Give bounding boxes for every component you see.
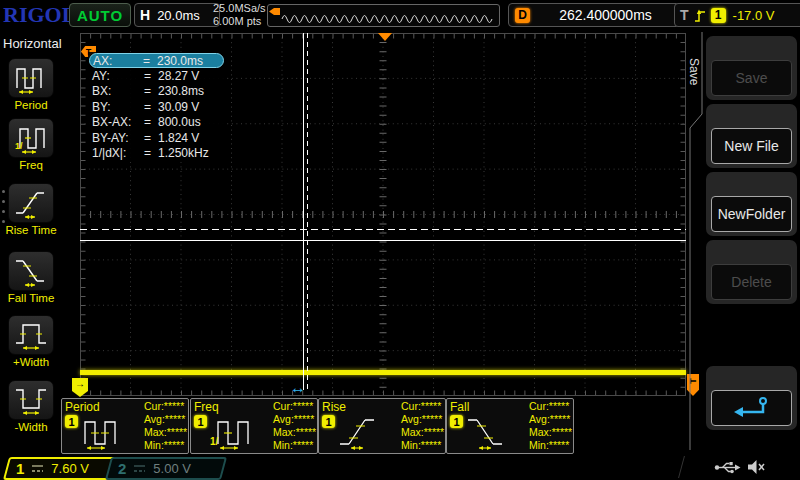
- svg-text:1/: 1/: [15, 141, 23, 151]
- h-scale-value: 20.0ms: [157, 8, 200, 23]
- measure-menu: Horizontal Period 1/ Freq: [0, 30, 62, 455]
- scroll-dot: [2, 220, 5, 223]
- menu-item-period[interactable]: Period: [0, 58, 62, 111]
- menu-item-label: -Width: [0, 421, 62, 433]
- menu-item-fall-time[interactable]: Fall Time: [0, 251, 62, 304]
- channel-badge: 1: [322, 415, 335, 428]
- channel2-number: 2: [118, 460, 126, 477]
- scroll-dot: [2, 190, 5, 193]
- h-label: H: [140, 7, 150, 23]
- trigger-label: T: [680, 7, 689, 23]
- channel2-scale: 5.00 V: [153, 461, 191, 476]
- cursor-bx-line[interactable]: [307, 33, 308, 390]
- menu-item-neg-width[interactable]: -Width: [0, 380, 62, 433]
- cursor-row-by-ay: BY-AY:=1.824 V: [88, 130, 225, 145]
- trigger-position-marker[interactable]: [378, 33, 392, 41]
- rigol-logo: RIGOL: [3, 2, 76, 28]
- speaker-muted-icon: [746, 458, 766, 476]
- pos-width-icon: [14, 319, 48, 351]
- menu-item-label: +Width: [0, 356, 62, 368]
- return-arrow-icon: [730, 395, 774, 421]
- channel-badge: 1: [194, 415, 207, 428]
- cursor-row-bx-ax: BX-AX:=800.0us: [88, 115, 225, 130]
- freq-icon: 1/: [14, 122, 48, 154]
- cursor-row-by: BY:=30.09 V: [88, 99, 225, 114]
- neg-width-icon: [14, 384, 48, 416]
- sample-rate: 25.0MSa/s: [213, 2, 266, 15]
- measure-box-period[interactable]: Period 1 Cur:***** Avg:***** Max:***** M…: [61, 398, 189, 454]
- cursor-ay-line[interactable]: [80, 229, 686, 230]
- save-button[interactable]: Save: [706, 36, 797, 100]
- channel-badge: 1: [450, 415, 463, 428]
- horizontal-scale-box[interactable]: H 20.0ms: [134, 3, 220, 27]
- svg-text:1/: 1/: [210, 436, 219, 447]
- freq-icon: 1/: [210, 412, 252, 450]
- back-button[interactable]: [706, 366, 797, 430]
- trigger-level-value: -17.0 V: [733, 8, 775, 23]
- menu-item-pos-width[interactable]: +Width: [0, 315, 62, 368]
- menu-item-rise-time[interactable]: Rise Time: [0, 183, 62, 236]
- measure-box-fall[interactable]: Fall 1 Cur:***** Avg:***** Max:***** Min…: [446, 398, 574, 454]
- preview-trigger-arrow-icon: [268, 5, 497, 24]
- menu-item-label: Period: [0, 99, 62, 111]
- channel2-status[interactable]: 2 5.00 V: [105, 457, 227, 480]
- oscilloscope-screen: RIGOL AUTO H 20.0ms 25.0MSa/s 6.00M pts …: [0, 0, 800, 480]
- new-folder-button[interactable]: NewFolder: [706, 172, 797, 236]
- channel1-status[interactable]: 1 7.60 V: [3, 457, 117, 480]
- rise-time-icon: [14, 187, 48, 219]
- fall-time-icon: [14, 255, 48, 287]
- scroll-dot: [2, 210, 5, 213]
- dc-coupling-icon: [30, 463, 45, 474]
- channel1-scale: 7.60 V: [51, 461, 89, 476]
- save-menu-panel: Save Save New File NewFolder Delete: [686, 30, 800, 455]
- cursor-row-ax: AX:=230.0ms: [89, 53, 224, 68]
- cursor-readout-box: AX:=230.0ms AY:=28.27 V BX:=230.8ms BY:=…: [88, 52, 225, 162]
- waveform-preview[interactable]: [267, 4, 500, 27]
- menu-tab-label: Save: [687, 58, 701, 85]
- menu-item-freq[interactable]: 1/ Freq: [0, 118, 62, 171]
- trigger-readout-box[interactable]: T 1 -17.0 V: [674, 3, 800, 27]
- dc-coupling-icon: [132, 463, 147, 474]
- cursor-row-bx: BX:=230.8ms: [88, 84, 225, 99]
- cursor-drag-hint-icon: ↔: [290, 379, 306, 397]
- cursor-row-ay: AY:=28.27 V: [88, 68, 225, 83]
- statusbar-divider: [678, 456, 685, 478]
- channel1-waveform: [80, 370, 686, 375]
- trigger-source-badge: 1: [711, 8, 726, 23]
- menu-tab-outline: [686, 30, 706, 455]
- cursor-by-line[interactable]: [80, 240, 686, 241]
- cursor-ax-line[interactable]: [303, 33, 304, 390]
- usb-icon: [714, 460, 741, 475]
- delay-badge: D: [515, 8, 530, 23]
- scroll-dot: [2, 200, 5, 203]
- new-file-button[interactable]: New File: [706, 104, 797, 168]
- delay-value: 262.400000ms: [538, 7, 673, 23]
- period-icon: [14, 62, 48, 94]
- acquisition-status-button[interactable]: AUTO: [69, 3, 131, 27]
- menu-item-label: Freq: [0, 159, 62, 171]
- channel1-number: 1: [16, 460, 24, 477]
- fall-time-icon: [466, 412, 508, 450]
- period-icon: [81, 412, 123, 450]
- sample-info: 25.0MSa/s 6.00M pts: [213, 2, 266, 28]
- graticule: T ↔ AX:=230.0ms AY:=28.27 V BX:=230.8ms …: [80, 33, 686, 396]
- measure-box-rise[interactable]: Rise 1 Cur:***** Avg:***** Max:***** Min…: [318, 398, 446, 454]
- delay-readout-box[interactable]: D 262.400000ms: [508, 3, 680, 27]
- memory-depth: 6.00M pts: [213, 15, 266, 28]
- menu-item-label: Rise Time: [0, 224, 62, 236]
- delete-button[interactable]: Delete: [706, 240, 797, 304]
- rise-time-icon: [338, 412, 380, 450]
- channel-badge: 1: [65, 415, 78, 428]
- menu-item-label: Fall Time: [0, 292, 62, 304]
- measure-menu-title: Horizontal: [3, 36, 62, 51]
- measure-box-freq[interactable]: Freq 1 1/ Cur:***** Avg:***** Max:***** …: [190, 398, 318, 454]
- cursor-row-freq: 1/|dX|:=1.250kHz: [88, 145, 225, 160]
- rising-edge-icon: [694, 8, 706, 23]
